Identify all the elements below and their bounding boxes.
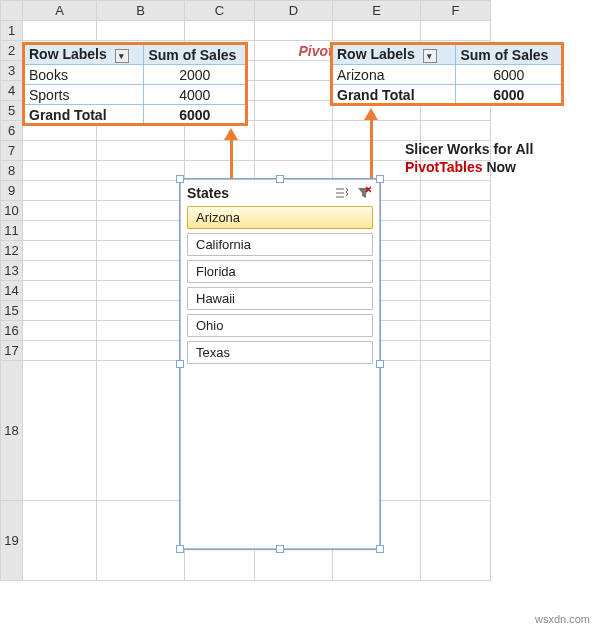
resize-handle-se[interactable] — [376, 545, 384, 553]
col-header-A[interactable]: A — [23, 1, 97, 21]
pivot2-total-value: 6000 — [456, 85, 562, 105]
resize-handle-ne[interactable] — [376, 175, 384, 183]
col-header-E[interactable]: E — [333, 1, 421, 21]
table-row[interactable]: Arizona6000 — [333, 65, 562, 85]
row-header-10[interactable]: 10 — [1, 201, 23, 221]
arrowhead-pivot1-icon — [224, 128, 238, 140]
resize-handle-nw[interactable] — [176, 175, 184, 183]
slicer-header[interactable]: States — [181, 180, 379, 206]
table-row[interactable]: Books2000 — [25, 65, 246, 85]
pivot1-total-row[interactable]: Grand Total6000 — [25, 105, 246, 125]
row-header-1[interactable]: 1 — [1, 21, 23, 41]
pivot1-rowlabels-header[interactable]: Row Labels ▾ — [25, 45, 144, 65]
resize-handle-s[interactable] — [276, 545, 284, 553]
pivot1-filter-dropdown[interactable]: ▾ — [115, 49, 129, 63]
annotation-pre: Slicer Works for All — [405, 141, 533, 157]
pivot2-total-row[interactable]: Grand Total6000 — [333, 85, 562, 105]
col-header-B[interactable]: B — [97, 1, 185, 21]
pivot2-filter-dropdown[interactable]: ▾ — [423, 49, 437, 63]
row-header-4[interactable]: 4 — [1, 81, 23, 101]
resize-handle-sw[interactable] — [176, 545, 184, 553]
annotation-text: Slicer Works for All PivotTables Now — [405, 140, 575, 176]
col-header-F[interactable]: F — [421, 1, 491, 21]
row-header-16[interactable]: 16 — [1, 321, 23, 341]
col-header-C[interactable]: C — [185, 1, 255, 21]
slicer-item-florida[interactable]: Florida — [187, 260, 373, 283]
row-header-19[interactable]: 19 — [1, 501, 23, 581]
pivot2-row0-value: 6000 — [456, 65, 562, 85]
resize-handle-e[interactable] — [376, 360, 384, 368]
pivot2-row0-label: Arizona — [333, 65, 456, 85]
pivot1-rowlabels-text: Row Labels — [29, 46, 107, 62]
col-header-D[interactable]: D — [255, 1, 333, 21]
row-header-14[interactable]: 14 — [1, 281, 23, 301]
pivot1-row1-value: 4000 — [144, 85, 246, 105]
pivot1-total-label: Grand Total — [25, 105, 144, 125]
row-header-11[interactable]: 11 — [1, 221, 23, 241]
slicer-item-texas[interactable]: Texas — [187, 341, 373, 364]
pivot2-values-header: Sum of Sales — [456, 45, 562, 65]
pivot2-rowlabels-header[interactable]: Row Labels ▾ — [333, 45, 456, 65]
pivot1-total-value: 6000 — [144, 105, 246, 125]
pivot1-row0-label: Books — [25, 65, 144, 85]
row-header-6[interactable]: 6 — [1, 121, 23, 141]
clear-filter-icon[interactable] — [355, 184, 373, 202]
row-header-2[interactable]: 2 — [1, 41, 23, 61]
row-header-13[interactable]: 13 — [1, 261, 23, 281]
pivot1-row1-label: Sports — [25, 85, 144, 105]
slicer-states[interactable]: States Arizona California Florida Hawaii… — [180, 179, 380, 549]
slicer-item-ohio[interactable]: Ohio — [187, 314, 373, 337]
annotation-post: Now — [483, 159, 516, 175]
slicer-item-arizona[interactable]: Arizona — [187, 206, 373, 229]
row-header-17[interactable]: 17 — [1, 341, 23, 361]
pivot1-values-header: Sum of Sales — [144, 45, 246, 65]
row-header-3[interactable]: 3 — [1, 61, 23, 81]
resize-handle-n[interactable] — [276, 175, 284, 183]
slicer-title: States — [187, 185, 229, 201]
row-header-8[interactable]: 8 — [1, 161, 23, 181]
pivot-table-1[interactable]: Row Labels ▾ Sum of Sales Books2000 Spor… — [24, 44, 246, 125]
row-header-15[interactable]: 15 — [1, 301, 23, 321]
watermark: wsxdn.com — [535, 613, 590, 625]
pivot-table-2[interactable]: Row Labels ▾ Sum of Sales Arizona6000 Gr… — [332, 44, 562, 105]
slicer-item-hawaii[interactable]: Hawaii — [187, 287, 373, 310]
arrowhead-pivot2-icon — [364, 108, 378, 120]
annotation-mid: PivotTables — [405, 159, 483, 175]
row-header-18[interactable]: 18 — [1, 361, 23, 501]
select-all-corner[interactable] — [1, 1, 23, 21]
slicer-item-california[interactable]: California — [187, 233, 373, 256]
pivot1-row0-value: 2000 — [144, 65, 246, 85]
row-header-12[interactable]: 12 — [1, 241, 23, 261]
row-header-9[interactable]: 9 — [1, 181, 23, 201]
multi-select-icon[interactable] — [333, 184, 351, 202]
slicer-body: Arizona California Florida Hawaii Ohio T… — [181, 206, 379, 374]
resize-handle-w[interactable] — [176, 360, 184, 368]
row-header-5[interactable]: 5 — [1, 101, 23, 121]
arrow-to-pivot2 — [370, 118, 373, 180]
row-header-7[interactable]: 7 — [1, 141, 23, 161]
table-row[interactable]: Sports4000 — [25, 85, 246, 105]
arrow-to-pivot1 — [230, 138, 233, 180]
pivot2-rowlabels-text: Row Labels — [337, 46, 415, 62]
pivot2-total-label: Grand Total — [333, 85, 456, 105]
